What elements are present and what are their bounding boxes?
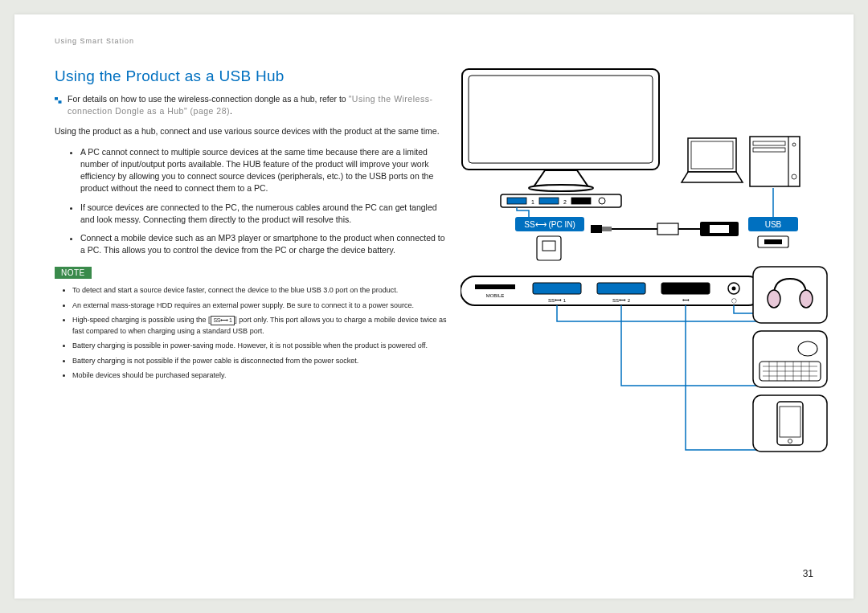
- svg-point-47: [768, 290, 780, 308]
- note-list: To detect and start a source device fast…: [55, 285, 448, 382]
- page-number: 31: [803, 568, 813, 579]
- diagram-column: 1 2: [465, 67, 813, 386]
- lead-period: .: [230, 106, 232, 116]
- phone-icon: [777, 402, 803, 445]
- svg-rect-13: [750, 137, 800, 186]
- svg-rect-28: [657, 223, 678, 235]
- page-title: Using the Product as a USB Hub: [55, 67, 448, 85]
- note-badge: NOTE: [55, 267, 92, 279]
- svg-text:SS⟷ 1: SS⟷ 1: [548, 298, 567, 303]
- svg-rect-35: [475, 284, 515, 289]
- hub-strip: MOBILE SS⟷ 1 SS⟷ 2 ⟷ ◯: [461, 276, 763, 305]
- svg-rect-41: [661, 283, 710, 294]
- list-item: If source devices are connected to the P…: [80, 202, 448, 226]
- svg-point-48: [800, 290, 813, 308]
- svg-text:⟷: ⟷: [682, 298, 690, 303]
- svg-text:1: 1: [531, 199, 534, 205]
- usb-port-icon: [758, 236, 788, 247]
- list-item: A PC cannot connect to multiple source d…: [80, 146, 448, 195]
- list-item: High-speed charging is possible using th…: [72, 315, 448, 337]
- svg-rect-8: [539, 198, 559, 204]
- arrow-icon: [55, 95, 63, 101]
- ss-port-label: SS⟷ 1: [211, 316, 235, 326]
- svg-rect-12: [691, 141, 733, 169]
- svg-rect-6: [507, 198, 526, 204]
- svg-rect-25: [591, 225, 602, 233]
- monitor-port-bar: 1 2: [501, 194, 621, 207]
- page: Using Smart Station Using the Product as…: [14, 14, 854, 599]
- svg-point-44: [732, 287, 736, 291]
- usb-label: USB: [748, 217, 798, 231]
- svg-rect-61: [780, 407, 800, 437]
- list-item: Mobile devices should be purchased separ…: [72, 370, 448, 382]
- svg-rect-0: [55, 97, 58, 100]
- svg-rect-33: [764, 239, 782, 244]
- list-item: Connect a mobile device such as an MP3 p…: [80, 232, 448, 256]
- svg-text:USB: USB: [765, 220, 782, 229]
- laptop-icon: [682, 138, 743, 182]
- intro-paragraph: Using the product as a hub, connect and …: [55, 125, 448, 137]
- monitor-icon: [462, 69, 659, 191]
- list-item: Battery charging is not possible if the …: [72, 356, 448, 367]
- svg-rect-26: [602, 227, 612, 231]
- pc-in-port: [537, 236, 561, 260]
- svg-text:◯: ◯: [731, 298, 737, 304]
- svg-rect-3: [469, 76, 653, 163]
- svg-rect-24: [542, 241, 555, 251]
- svg-rect-37: [533, 283, 581, 294]
- svg-rect-39: [597, 283, 645, 294]
- breadcrumb: Using Smart Station: [55, 37, 813, 45]
- svg-rect-1: [59, 100, 62, 104]
- phone-box: [753, 395, 827, 452]
- mouse-icon: [798, 341, 817, 356]
- pc-in-label: SS⟷ (PC IN): [515, 217, 584, 231]
- svg-text:2: 2: [563, 199, 567, 205]
- list-item: Battery charging is possible in power-sa…: [72, 341, 448, 352]
- content-row: Using the Product as a USB Hub For detai…: [55, 67, 813, 386]
- connection-diagram: 1 2: [461, 67, 830, 485]
- lead-paragraph: For details on how to use the wireless-c…: [55, 93, 448, 117]
- tower-icon: [750, 137, 800, 186]
- lead-text: For details on how to use the wireless-c…: [68, 94, 349, 104]
- bullet-list: A PC cannot connect to multiple source d…: [55, 146, 448, 257]
- svg-point-4: [529, 185, 593, 191]
- list-item: An external mass-storage HDD requires an…: [72, 300, 448, 312]
- svg-rect-10: [571, 198, 591, 204]
- usb-cable-icon: [591, 222, 739, 236]
- list-item: To detect and start a source device fast…: [72, 285, 448, 296]
- svg-text:MOBILE: MOBILE: [486, 293, 505, 298]
- svg-text:SS⟷ (PC IN): SS⟷ (PC IN): [524, 220, 575, 229]
- keyboard-mouse-box: [753, 331, 827, 387]
- headphones-box: [753, 267, 827, 323]
- text-column: Using the Product as a USB Hub For detai…: [55, 67, 448, 386]
- svg-rect-31: [710, 225, 729, 233]
- svg-rect-46: [753, 267, 827, 323]
- svg-text:SS⟷ 2: SS⟷ 2: [612, 298, 631, 303]
